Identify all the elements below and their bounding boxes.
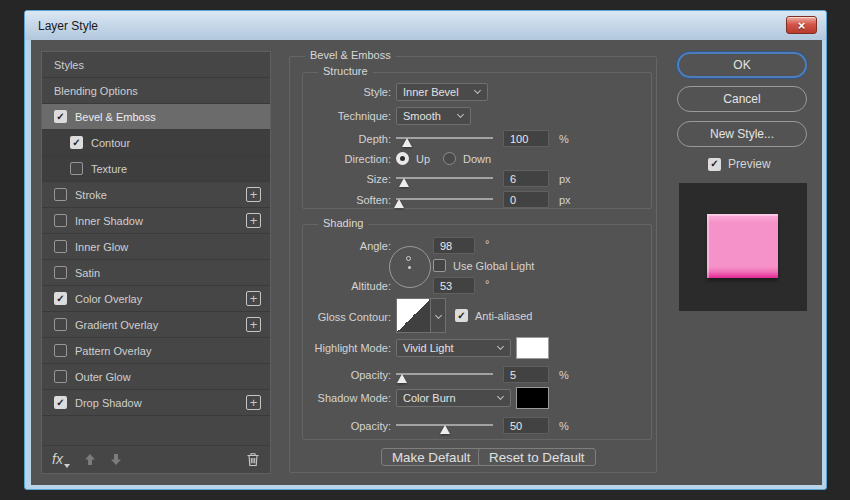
gloss-contour-dropdown[interactable] xyxy=(431,298,446,333)
sidebar-item-color-overlay[interactable]: ✓Color Overlay+ xyxy=(42,286,270,312)
shadow-mode-dropdown[interactable]: Color Burn xyxy=(396,389,511,407)
opacity-unit: % xyxy=(559,420,569,432)
preview-checkbox[interactable]: ✓ Preview xyxy=(708,157,771,171)
sidebar-item-label: Blending Options xyxy=(54,85,138,97)
reset-to-default-button[interactable]: Reset to Default xyxy=(478,448,596,466)
altitude-input[interactable] xyxy=(433,277,475,294)
sidebar-item-blending-options[interactable]: Blending Options xyxy=(42,78,270,104)
checkbox-off-icon xyxy=(433,259,446,272)
sidebar-item-label: Inner Glow xyxy=(75,241,128,253)
sidebar-item-label: Styles xyxy=(54,59,84,71)
checkbox-off-icon[interactable] xyxy=(54,370,67,383)
shadow-mode-label: Shadow Mode: xyxy=(303,392,391,404)
close-icon: × xyxy=(798,19,806,32)
cancel-button[interactable]: Cancel xyxy=(677,86,807,112)
sidebar-item-satin[interactable]: Satin xyxy=(42,260,270,286)
gloss-contour-thumbnail[interactable] xyxy=(396,298,431,333)
checkbox-off-icon[interactable] xyxy=(54,214,67,227)
add-effect-instance-icon[interactable]: + xyxy=(246,317,261,332)
add-effect-instance-icon[interactable]: + xyxy=(246,395,261,410)
depth-slider-thumb[interactable] xyxy=(402,138,412,147)
checkbox-on-icon[interactable]: ✓ xyxy=(54,292,67,305)
fx-menu-button[interactable]: fx xyxy=(52,452,70,468)
add-effect-instance-icon[interactable]: + xyxy=(246,213,261,228)
sidebar-item-inner-shadow[interactable]: Inner Shadow+ xyxy=(42,208,270,234)
size-input[interactable] xyxy=(503,170,549,187)
dial-handle[interactable] xyxy=(406,256,411,261)
shadow-opacity-thumb[interactable] xyxy=(440,425,450,434)
shadow-opacity-input[interactable] xyxy=(503,417,549,434)
anti-aliased-checkbox[interactable]: ✓ Anti-aliased xyxy=(455,309,532,322)
chevron-down-icon xyxy=(497,393,504,400)
delete-effect-button[interactable] xyxy=(246,452,260,467)
shadow-color-swatch[interactable] xyxy=(516,387,549,409)
highlight-opacity-input[interactable] xyxy=(503,366,549,383)
move-effect-up-button[interactable] xyxy=(84,453,96,466)
checkbox-on-icon[interactable]: ✓ xyxy=(70,136,83,149)
checkbox-on-icon[interactable]: ✓ xyxy=(54,396,67,409)
make-default-button[interactable]: Make Default xyxy=(381,448,482,466)
checkbox-off-icon[interactable] xyxy=(54,344,67,357)
sidebar-item-bevel-emboss[interactable]: ✓Bevel & Emboss xyxy=(42,104,270,130)
soften-slider[interactable] xyxy=(396,193,493,208)
sidebar-item-pattern-overlay[interactable]: Pattern Overlay xyxy=(42,338,270,364)
use-global-light-checkbox[interactable]: Use Global Light xyxy=(433,259,534,272)
add-effect-instance-icon[interactable]: + xyxy=(246,187,261,202)
sidebar-item-contour[interactable]: ✓Contour xyxy=(42,130,270,156)
highlight-color-swatch[interactable] xyxy=(516,337,549,359)
sidebar-item-label: Bevel & Emboss xyxy=(75,111,156,123)
move-effect-down-button[interactable] xyxy=(110,453,122,466)
sidebar-item-label: Contour xyxy=(91,137,130,149)
highlight-mode-dropdown[interactable]: Vivid Light xyxy=(396,339,511,357)
size-slider-thumb[interactable] xyxy=(399,178,409,187)
shadow-opacity-slider[interactable] xyxy=(396,419,493,434)
depth-unit: % xyxy=(559,133,569,145)
checkbox-off-icon[interactable] xyxy=(70,162,83,175)
bevel-emboss-panel: Bevel & Emboss Structure Style: Inner Be… xyxy=(289,56,657,473)
opacity-label: Opacity: xyxy=(303,420,391,432)
depth-input[interactable] xyxy=(503,130,549,147)
sidebar-item-drop-shadow[interactable]: ✓Drop Shadow+ xyxy=(42,390,270,416)
highlight-mode-label: Highlight Mode: xyxy=(303,342,391,354)
angle-input[interactable] xyxy=(433,237,475,254)
sidebar-item-texture[interactable]: Texture xyxy=(42,156,270,182)
technique-dropdown[interactable]: Smooth xyxy=(396,107,471,125)
highlight-opacity-slider[interactable] xyxy=(396,368,493,383)
titlebar[interactable]: Layer Style × xyxy=(25,11,826,40)
technique-label: Technique: xyxy=(303,110,391,122)
sidebar-item-stroke[interactable]: Stroke+ xyxy=(42,182,270,208)
size-slider[interactable] xyxy=(396,172,493,187)
style-dropdown[interactable]: Inner Bevel xyxy=(396,83,488,101)
direction-up-radio[interactable]: Up xyxy=(396,152,430,165)
sidebar-item-styles[interactable]: Styles xyxy=(42,52,270,78)
style-label: Style: xyxy=(303,86,391,98)
gloss-contour-label: Gloss Contour: xyxy=(303,311,391,323)
direction-label: Direction: xyxy=(303,153,391,165)
opacity-unit: % xyxy=(559,369,569,381)
checkbox-off-icon[interactable] xyxy=(54,240,67,253)
depth-slider[interactable] xyxy=(396,132,493,147)
altitude-label: Altitude: xyxy=(303,280,391,292)
checkbox-off-icon[interactable] xyxy=(54,318,67,331)
new-style-button[interactable]: New Style... xyxy=(677,121,807,147)
chevron-down-icon xyxy=(474,87,481,94)
arrow-up-icon xyxy=(84,453,96,466)
checkbox-off-icon[interactable] xyxy=(54,266,67,279)
angle-unit: ° xyxy=(485,238,489,250)
ok-button[interactable]: OK xyxy=(677,52,807,78)
soften-input[interactable] xyxy=(503,191,549,208)
structure-group: Structure Style: Inner Bevel Technique: … xyxy=(302,72,652,209)
direction-down-radio[interactable]: Down xyxy=(443,152,491,165)
checkbox-off-icon[interactable] xyxy=(54,188,67,201)
close-button[interactable]: × xyxy=(786,16,817,34)
sidebar-item-outer-glow[interactable]: Outer Glow xyxy=(42,364,270,390)
soften-slider-thumb[interactable] xyxy=(394,199,404,208)
sidebar-item-inner-glow[interactable]: Inner Glow xyxy=(42,234,270,260)
add-effect-instance-icon[interactable]: + xyxy=(246,291,261,306)
highlight-opacity-thumb[interactable] xyxy=(397,374,407,383)
preview-layer-swatch xyxy=(707,214,778,278)
chevron-down-icon xyxy=(497,343,504,350)
sidebar-item-gradient-overlay[interactable]: Gradient Overlay+ xyxy=(42,312,270,338)
checkbox-on-icon[interactable]: ✓ xyxy=(54,110,67,123)
trash-icon xyxy=(246,452,260,467)
